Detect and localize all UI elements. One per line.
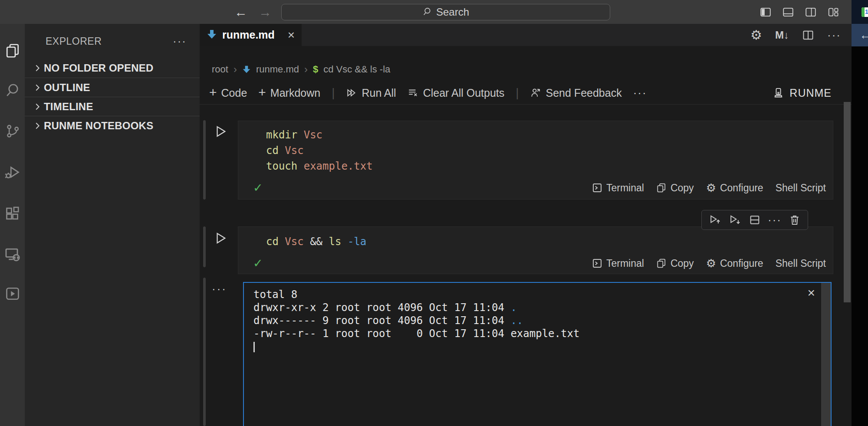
close-output-icon[interactable]: × [807, 286, 815, 299]
shell-prompt-icon: $ [313, 64, 318, 75]
terminal-button[interactable]: Terminal [592, 182, 644, 194]
breadcrumb-command[interactable]: cd Vsc && ls -la [323, 64, 390, 75]
tab-bar: runme.md × ⚙ M↓ ··· [200, 24, 852, 46]
delete-cell-icon[interactable] [789, 214, 801, 226]
forward-icon[interactable]: → [259, 6, 272, 19]
success-check-icon: ✓ [253, 256, 263, 270]
output-scrollbar[interactable] [821, 283, 831, 426]
more-actions-icon[interactable]: ··· [633, 87, 647, 98]
customize-layout-icon[interactable] [827, 6, 839, 18]
cell-status-bar: ✓ Terminal Copy ⚙ [247, 179, 826, 197]
chevron-right-icon: › [304, 63, 308, 75]
cell-code[interactable]: cd Vsc && ls -la [238, 227, 833, 249]
activity-remote-explorer[interactable] [0, 243, 25, 265]
code-cell-2[interactable]: cd Vsc && ls -la ✓ Terminal Copy [238, 226, 833, 274]
activity-source-control[interactable] [0, 120, 25, 142]
close-tab-icon[interactable]: × [288, 29, 295, 41]
run-cell-button[interactable] [214, 231, 227, 245]
output-menu-icon[interactable]: ··· [212, 282, 227, 296]
configure-button[interactable]: ⚙ Configure [706, 258, 763, 269]
activity-run-debug[interactable] [0, 161, 25, 184]
sidebar-header: EXPLORER ··· [25, 24, 200, 59]
activity-search[interactable] [0, 79, 25, 101]
breadcrumb-root[interactable]: root [212, 64, 228, 75]
explorer-sidebar: EXPLORER ··· NO FOLDER OPENED OUTLINE TI… [25, 24, 200, 426]
toolbar-separator: | [332, 86, 335, 100]
cell-language-label[interactable]: Shell Script [776, 258, 826, 269]
split-editor-icon[interactable] [802, 29, 814, 41]
code-cell-1[interactable]: mkdir Vsccd Vsctouch example.txt ✓ Termi… [238, 121, 833, 200]
cell-status-bar: ✓ Terminal Copy ⚙ [247, 255, 826, 272]
output-text: total 8drwxr-xr-x 2 root root 4096 Oct 1… [244, 283, 831, 340]
add-markdown-button[interactable]: + Markdown [258, 87, 320, 99]
adjacent-window-body [852, 46, 868, 426]
clear-outputs-icon [408, 87, 419, 98]
layout-controls [760, 0, 839, 24]
copy-button[interactable]: Copy [656, 182, 694, 194]
feedback-person-icon [530, 87, 542, 98]
gear-icon: ⚙ [706, 182, 716, 193]
run-all-button[interactable]: Run All [346, 87, 396, 99]
cell-code[interactable]: mkdir Vsccd Vsctouch example.txt [238, 121, 833, 174]
gear-icon: ⚙ [706, 258, 716, 269]
send-feedback-button[interactable]: Send Feedback [530, 87, 622, 99]
copy-button[interactable]: Copy [656, 258, 694, 269]
terminal-button[interactable]: Terminal [592, 258, 644, 269]
section-outline[interactable]: OUTLINE [25, 78, 200, 97]
calendar-app-icon: 1 [861, 7, 868, 17]
copy-icon [656, 258, 667, 269]
markdown-file-icon [207, 29, 217, 41]
cell-output[interactable]: total 8drwxr-xr-x 2 root root 4096 Oct 1… [243, 282, 832, 426]
tab-runme-md[interactable]: runme.md × [200, 24, 302, 46]
configure-button[interactable]: ⚙ Configure [706, 182, 763, 194]
more-actions-icon[interactable]: ··· [827, 29, 841, 41]
terminal-cursor [253, 342, 255, 352]
chevron-right-icon [31, 63, 44, 73]
activity-extensions[interactable] [0, 202, 25, 225]
gear-icon[interactable]: ⚙ [750, 29, 762, 42]
activity-bar [0, 24, 25, 426]
search-icon [5, 82, 20, 98]
chevron-right-icon [31, 121, 44, 131]
section-timeline[interactable]: TIMELINE [25, 97, 200, 116]
chevron-right-icon [31, 83, 44, 92]
toggle-secondary-sidebar-icon[interactable] [805, 6, 817, 18]
titlebar: ← → Search [0, 0, 852, 24]
run-cell-button[interactable] [214, 125, 227, 138]
toggle-panel-icon[interactable] [782, 6, 794, 18]
editor-scrollbar[interactable] [844, 102, 851, 302]
adjacent-window-titlebar: 1 [852, 0, 868, 24]
add-code-button[interactable]: + Code [209, 87, 247, 99]
toggle-sidebar-icon[interactable] [760, 6, 772, 18]
plus-icon: + [258, 86, 266, 99]
section-runme-notebooks[interactable]: RUNME NOTEBOOKS [25, 116, 200, 135]
extensions-icon [5, 206, 20, 221]
more-actions-icon[interactable]: ··· [768, 214, 782, 226]
terminal-icon [592, 258, 602, 269]
cell-language-label[interactable]: Shell Script [776, 182, 826, 194]
adjacent-back-icon: ← [859, 28, 868, 42]
section-no-folder-opened[interactable]: NO FOLDER OPENED [25, 59, 200, 78]
split-cell-icon[interactable] [749, 214, 761, 226]
adjacent-window-sliver: 1 ← [852, 0, 868, 426]
cell-focus-bar [203, 226, 206, 267]
execute-below-icon[interactable] [729, 213, 742, 226]
terminal-icon [592, 183, 602, 193]
runme-play-icon [5, 286, 20, 301]
clear-all-outputs-button[interactable]: Clear All Outputs [408, 87, 505, 99]
execute-above-icon[interactable] [709, 213, 722, 226]
activity-explorer[interactable] [0, 39, 25, 62]
adjacent-window-toolbar: ← [852, 24, 868, 46]
markdown-preview-icon[interactable]: M↓ [775, 29, 789, 41]
activity-runme[interactable] [0, 282, 25, 305]
editor-area: runme.md × ⚙ M↓ ··· root › runme.md › $ … [200, 24, 852, 426]
markdown-file-icon [242, 65, 251, 74]
back-icon[interactable]: ← [234, 6, 247, 19]
vscode-window: ← → Search [0, 0, 868, 426]
command-center-search[interactable]: Search [281, 4, 610, 20]
breadcrumb: root › runme.md › $ cd Vsc && ls -la [200, 59, 852, 80]
source-control-icon [5, 124, 20, 138]
search-icon [422, 7, 432, 18]
breadcrumb-file[interactable]: runme.md [256, 64, 299, 75]
sidebar-more-icon[interactable]: ··· [173, 35, 187, 48]
